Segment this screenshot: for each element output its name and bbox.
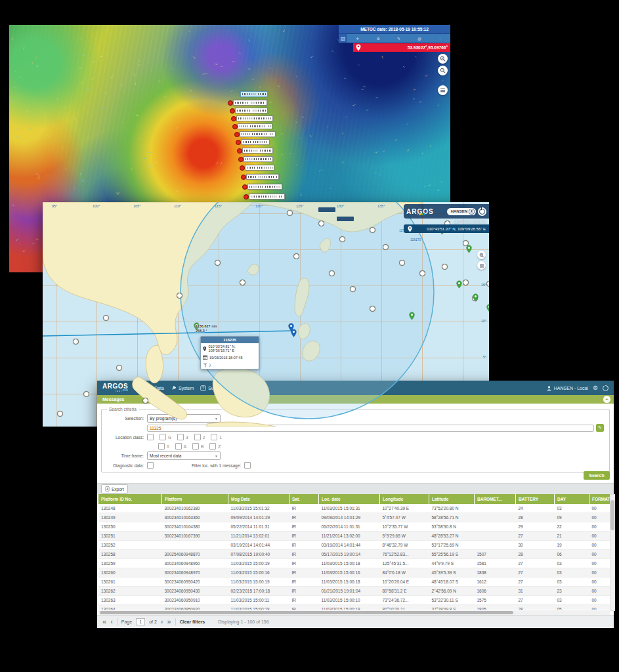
- column-header[interactable]: FORMAT: [589, 494, 610, 504]
- location-class-checkbox[interactable]: [160, 434, 166, 440]
- horizontal-scrollbar[interactable]: [98, 610, 610, 615]
- filter-messages-checkbox[interactable]: [244, 462, 251, 469]
- location-class-checkbox[interactable]: [192, 443, 199, 450]
- platform-marker[interactable]: [83, 391, 89, 397]
- table-row[interactable]: 13024930023401016336009/09/2014 14:01:29…: [98, 513, 610, 522]
- green-pin-marker[interactable]: [456, 280, 462, 288]
- green-pin-marker[interactable]: [473, 293, 479, 301]
- green-pin-marker[interactable]: [486, 303, 489, 312]
- track-point[interactable]: [230, 108, 235, 114]
- prev-page-button[interactable]: ‹: [110, 618, 113, 625]
- next-page-button[interactable]: ›: [161, 618, 163, 625]
- track-point[interactable]: [234, 132, 240, 137]
- track-point[interactable]: [241, 175, 246, 180]
- platform-marker[interactable]: [240, 280, 245, 285]
- selected-platform-pin[interactable]: [291, 328, 297, 337]
- table-row[interactable]: 13026230023406095043002/23/2015 17:00:18…: [98, 587, 610, 596]
- column-header[interactable]: Loc. date: [319, 494, 380, 504]
- platform-marker[interactable]: [370, 227, 375, 233]
- track-point[interactable]: [236, 140, 241, 145]
- location-class-checkbox[interactable]: [177, 434, 184, 440]
- diagnostic-data-checkbox[interactable]: [147, 462, 154, 469]
- platform-marker[interactable]: [339, 236, 345, 242]
- platform-marker[interactable]: [350, 286, 356, 292]
- platform-marker[interactable]: [463, 280, 469, 285]
- track-point[interactable]: [228, 100, 233, 106]
- column-header[interactable]: BAROMET...: [475, 494, 516, 504]
- logout-button[interactable]: [478, 207, 486, 216]
- track-point[interactable]: [231, 116, 236, 121]
- edit-icon[interactable]: ✎: [389, 36, 409, 41]
- edit-program-button[interactable]: ✎: [596, 424, 604, 432]
- platform-marker[interactable]: [73, 339, 79, 345]
- table-row[interactable]: 13026430023406095092011/03/2015 15:00:18…: [98, 605, 610, 610]
- table-row[interactable]: 13026030023406094897011/03/2015 15:00:16…: [98, 568, 610, 578]
- export-button[interactable]: Export: [101, 484, 128, 494]
- platform-marker[interactable]: [329, 270, 335, 276]
- green-pin-marker[interactable]: [466, 244, 472, 253]
- platform-marker[interactable]: [419, 270, 425, 276]
- map-zoom-button[interactable]: [477, 251, 486, 259]
- platform-marker[interactable]: [177, 293, 182, 299]
- table-row[interactable]: 13025830025406094887007/08/2015 19:00:40…: [98, 550, 610, 559]
- column-header[interactable]: Longitude: [380, 494, 429, 504]
- layers-icon[interactable]: ▤: [339, 34, 347, 43]
- collapse-panel-button[interactable]: [603, 396, 610, 403]
- table-row[interactable]: 13026130023406095042011/03/2015 15:00:19…: [98, 578, 610, 587]
- map-menu-button[interactable]: [477, 261, 486, 270]
- column-header[interactable]: DAY: [555, 494, 589, 504]
- platform-marker[interactable]: [442, 264, 448, 270]
- location-class-checkbox[interactable]: [194, 434, 201, 440]
- column-header[interactable]: Latitude: [429, 494, 475, 504]
- platform-marker[interactable]: [215, 260, 221, 266]
- power-icon[interactable]: [603, 385, 608, 391]
- track-point[interactable]: [237, 148, 242, 154]
- time-frame-dropdown[interactable]: Most recent data▼: [147, 452, 221, 460]
- track-point[interactable]: [232, 124, 238, 129]
- zoom-in-button[interactable]: [438, 54, 448, 64]
- location-class-all-checkbox[interactable]: [147, 434, 154, 440]
- location-class-checkbox[interactable]: [175, 443, 182, 450]
- column-header[interactable]: Msg Date: [228, 494, 289, 504]
- gear-icon[interactable]: ⚙: [368, 36, 388, 41]
- platform-marker[interactable]: [287, 210, 293, 216]
- platform-marker[interactable]: [116, 365, 122, 371]
- table-row[interactable]: 13025130023401016739011/21/2014 13:02:01…: [98, 532, 610, 541]
- platform-marker[interactable]: [399, 260, 405, 266]
- vertical-scrollbar[interactable]: [610, 494, 615, 611]
- user-badge[interactable]: HANSEN: [447, 208, 476, 215]
- first-page-button[interactable]: «: [102, 618, 106, 625]
- platform-marker[interactable]: [383, 244, 389, 250]
- platform-marker[interactable]: [103, 315, 109, 321]
- location-class-checkbox[interactable]: [211, 434, 217, 440]
- zoom-out-button[interactable]: [438, 66, 448, 75]
- location-class-checkbox[interactable]: [209, 443, 216, 450]
- table-row[interactable]: 13025030023401016438005/22/2014 11:01:31…: [98, 522, 610, 532]
- table-row[interactable]: 13024830023401016238011/03/2015 15:01:32…: [98, 504, 610, 513]
- platform-marker[interactable]: [370, 306, 375, 312]
- column-header[interactable]: Sat.: [289, 494, 319, 504]
- gear-icon[interactable]: ⚙: [593, 385, 598, 391]
- user-menu[interactable]: HANSEN - Local: [546, 385, 588, 391]
- green-pin-marker[interactable]: [409, 311, 415, 320]
- scrollbar-thumb[interactable]: [610, 500, 614, 530]
- location-class-checkbox[interactable]: [158, 443, 165, 450]
- column-header[interactable]: Platform ID No.: [98, 494, 162, 504]
- clear-filters-button[interactable]: Clear filters: [180, 620, 205, 624]
- table-row[interactable]: 13025203/19/2014 14:01:44IR03/19/2014 14…: [98, 541, 610, 550]
- table-row[interactable]: 13026330023406095091011/03/2015 15:00:11…: [98, 596, 610, 605]
- column-header[interactable]: Platform: [162, 494, 228, 504]
- page-number-input[interactable]: [136, 618, 145, 625]
- platform-marker[interactable]: [486, 281, 489, 287]
- track-point[interactable]: [238, 157, 244, 162]
- track-point[interactable]: [244, 194, 249, 200]
- toolbar-icon-1[interactable]: ✛: [347, 36, 368, 41]
- platform-marker[interactable]: [293, 253, 299, 259]
- globe-icon[interactable]: @: [409, 37, 429, 41]
- platform-marker[interactable]: [142, 398, 148, 404]
- scrollbar-thumb[interactable]: [100, 611, 513, 614]
- platform-marker[interactable]: [318, 220, 324, 226]
- track-point[interactable]: [242, 184, 247, 190]
- column-header[interactable]: BATTERY: [516, 494, 555, 504]
- toolbar-icon-2[interactable]: ◦: [430, 37, 450, 41]
